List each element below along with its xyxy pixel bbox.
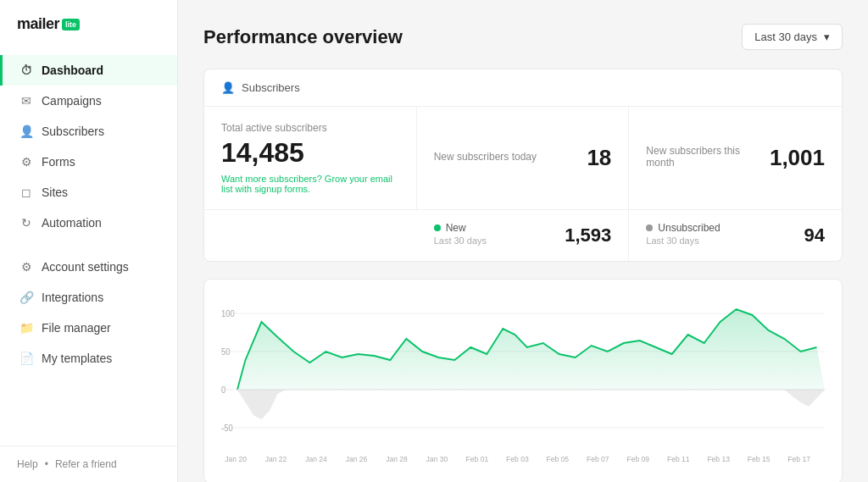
svg-text:Jan 30: Jan 30 — [426, 455, 448, 463]
unsub-period: Last 30 days — [646, 235, 720, 246]
empty-sub-cell — [204, 210, 417, 261]
subscribers-icon: 👤 — [19, 125, 33, 138]
svg-text:Feb 09: Feb 09 — [626, 455, 649, 463]
svg-text:Jan 24: Jan 24 — [305, 455, 327, 463]
new-month-cell: New subscribers this month 1,001 — [629, 107, 842, 209]
sidebar-nav: ⏱ Dashboard ✉ Campaigns 👤 Subscribers ⚙ … — [0, 48, 177, 446]
new-today-label: New subscribers today — [434, 151, 537, 163]
green-dot-icon — [434, 224, 441, 231]
unsub-header: Unsubscribed — [646, 222, 720, 234]
new-month-label: New subscribers this month — [646, 145, 770, 169]
new-today-cell: New subscribers today 18 — [417, 107, 630, 209]
unsub-label: Unsubscribed — [658, 222, 720, 234]
new-sub-value: 1,593 — [565, 224, 611, 247]
campaigns-icon: ✉ — [19, 94, 33, 108]
main-content: Performance overview Last 30 days ▾ 👤 Su… — [178, 0, 868, 482]
top-stats-grid: Total active subscribers 14,485 Want mor… — [204, 107, 842, 210]
sub-stats-grid: New Last 30 days 1,593 Unsubscribed Last… — [204, 210, 842, 261]
date-range-label: Last 30 days — [754, 30, 817, 43]
sidebar-item-label-account-settings: Account settings — [42, 260, 129, 274]
subscribers-stats-card: 👤 Subscribers Total active subscribers 1… — [203, 69, 843, 262]
sidebar-item-label-campaigns: Campaigns — [42, 94, 102, 108]
integrations-icon: 🔗 — [19, 291, 33, 304]
chart-container: 100 50 0 -50 — [221, 296, 825, 466]
page-title: Performance overview — [203, 26, 403, 48]
total-subscribers-value: 14,485 — [221, 137, 399, 169]
sidebar-item-file-manager[interactable]: 📁 File manager — [0, 313, 177, 343]
sidebar-bottom: Help • Refer a friend — [0, 446, 177, 482]
sidebar-item-dashboard[interactable]: ⏱ Dashboard — [0, 55, 177, 86]
unsub-cell: Unsubscribed Last 30 days 94 — [629, 210, 842, 261]
new-today-label-wrap: New subscribers today — [434, 151, 537, 166]
sidebar-item-sites[interactable]: ◻ Sites — [0, 177, 177, 208]
svg-text:Feb 13: Feb 13 — [707, 455, 730, 463]
svg-text:50: 50 — [221, 347, 231, 357]
new-sub-cell: New Last 30 days 1,593 — [417, 210, 630, 261]
sidebar-item-campaigns[interactable]: ✉ Campaigns — [0, 86, 177, 116]
sites-icon: ◻ — [19, 186, 33, 199]
separator: • — [45, 458, 48, 470]
subscribers-section-label: Subscribers — [242, 81, 300, 94]
automation-icon: ↻ — [19, 216, 33, 230]
new-sub-info: New Last 30 days — [434, 222, 487, 249]
my-templates-icon: 📄 — [19, 352, 33, 365]
sidebar-item-integrations[interactable]: 🔗 Integrations — [0, 282, 177, 313]
signup-forms-link[interactable]: signup forms. — [254, 184, 310, 194]
sidebar-item-label-file-manager: File manager — [42, 321, 111, 335]
dashboard-icon: ⏱ — [19, 64, 33, 77]
sidebar-item-account-settings[interactable]: ⚙ Account settings — [0, 252, 177, 282]
svg-text:Feb 01: Feb 01 — [466, 455, 489, 463]
new-sub-header: New — [434, 222, 487, 234]
logo-area: mailerlite — [0, 0, 177, 48]
chart-svg: 100 50 0 -50 — [221, 296, 825, 466]
unsub-value: 94 — [804, 224, 825, 247]
sidebar-item-forms[interactable]: ⚙ Forms — [0, 147, 177, 177]
svg-text:Jan 20: Jan 20 — [225, 455, 247, 463]
svg-text:Feb 17: Feb 17 — [787, 455, 810, 463]
subscribers-section-header: 👤 Subscribers — [204, 69, 842, 107]
subscribers-section-icon: 👤 — [221, 81, 235, 94]
svg-text:0: 0 — [221, 385, 226, 395]
new-sub-label: New — [446, 222, 466, 234]
sidebar-item-my-templates[interactable]: 📄 My templates — [0, 343, 177, 374]
sidebar-item-label-automation: Automation — [42, 216, 102, 230]
chart-card: 100 50 0 -50 — [203, 279, 843, 482]
sidebar-item-label-my-templates: My templates — [42, 352, 112, 365]
logo-text: mailer — [17, 15, 59, 33]
svg-text:Jan 22: Jan 22 — [265, 455, 287, 463]
sidebar-item-label-subscribers: Subscribers — [42, 125, 104, 138]
forms-icon: ⚙ — [19, 155, 33, 169]
svg-text:Jan 26: Jan 26 — [346, 455, 368, 463]
sidebar: mailerlite ⏱ Dashboard ✉ Campaigns 👤 Sub… — [0, 0, 178, 482]
unsub-info: Unsubscribed Last 30 days — [646, 222, 720, 249]
help-link[interactable]: Help — [17, 458, 38, 470]
new-today-value: 18 — [587, 145, 611, 171]
svg-text:-50: -50 — [221, 424, 233, 433]
sidebar-item-subscribers[interactable]: 👤 Subscribers — [0, 116, 177, 147]
sidebar-item-label-sites: Sites — [42, 186, 68, 199]
file-manager-icon: 📁 — [19, 321, 33, 335]
new-month-label-wrap: New subscribers this month — [646, 145, 770, 172]
page-header: Performance overview Last 30 days ▾ — [203, 24, 843, 50]
refer-link[interactable]: Refer a friend — [55, 458, 117, 470]
svg-text:Jan 28: Jan 28 — [386, 455, 408, 463]
logo-badge: lite — [62, 19, 80, 30]
new-month-value: 1,001 — [770, 145, 825, 171]
svg-text:Feb 15: Feb 15 — [748, 455, 771, 463]
chevron-down-icon: ▾ — [824, 30, 830, 43]
sidebar-item-label-integrations: Integrations — [42, 291, 103, 304]
gray-dot-icon — [646, 224, 653, 231]
svg-text:Feb 11: Feb 11 — [667, 455, 690, 463]
total-subscribers-label: Total active subscribers — [221, 122, 399, 134]
sidebar-item-label-dashboard: Dashboard — [42, 64, 103, 77]
svg-text:100: 100 — [221, 309, 235, 319]
svg-text:Feb 07: Feb 07 — [587, 455, 609, 463]
account-settings-icon: ⚙ — [19, 260, 33, 274]
grow-text: Want more subscribers? Grow your email l… — [221, 174, 399, 194]
sidebar-item-label-forms: Forms — [42, 155, 75, 169]
sidebar-item-automation[interactable]: ↻ Automation — [0, 208, 177, 238]
svg-text:Feb 03: Feb 03 — [506, 455, 529, 463]
svg-text:Feb 05: Feb 05 — [547, 455, 570, 463]
date-range-selector[interactable]: Last 30 days ▾ — [742, 24, 843, 50]
new-sub-period: Last 30 days — [434, 235, 487, 246]
